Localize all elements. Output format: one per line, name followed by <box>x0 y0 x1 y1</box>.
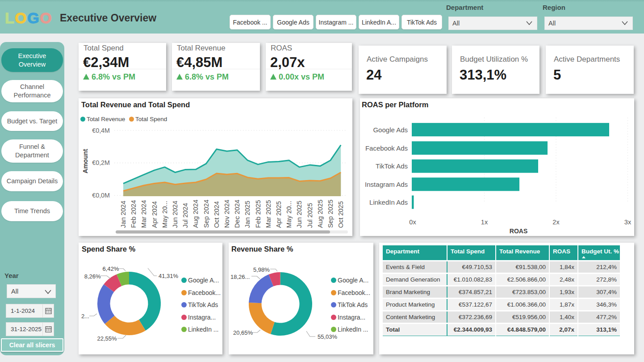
svg-text:Instagram Ads: Instagram Ads <box>365 181 408 188</box>
svg-text:Apr 2024: Apr 2024 <box>151 201 158 228</box>
svg-text:TikTok Ads: TikTok Ads <box>376 162 408 170</box>
svg-text:18,26...: 18,26... <box>230 274 250 280</box>
svg-text:Oct 2025: Oct 2025 <box>337 201 344 228</box>
svg-text:Jun 2025: Jun 2025 <box>296 201 303 228</box>
svg-text:€0,0M: €0,0M <box>92 192 110 199</box>
svg-text:Sep 2025: Sep 2025 <box>327 200 334 228</box>
svg-text:Sep 2024: Sep 2024 <box>203 200 210 228</box>
svg-text:Amount: Amount <box>82 149 89 173</box>
svg-text:May 20...: May 20... <box>161 201 168 228</box>
svg-text:Facebook Ads: Facebook Ads <box>365 144 408 152</box>
svg-text:May 20...: May 20... <box>285 201 293 228</box>
svg-text:Jul 2024: Jul 2024 <box>182 203 189 228</box>
svg-text:Aug 2024: Aug 2024 <box>192 200 199 228</box>
svg-text:Dec 2024: Dec 2024 <box>234 200 241 228</box>
svg-text:LinkedIn Ads: LinkedIn Ads <box>369 198 408 206</box>
svg-text:5,98%: 5,98% <box>253 266 270 273</box>
svg-text:Aug 2025: Aug 2025 <box>317 200 324 228</box>
svg-text:Nov 2024: Nov 2024 <box>223 200 230 228</box>
svg-text:Apr 2025: Apr 2025 <box>275 201 282 228</box>
svg-text:2x: 2x <box>552 219 560 226</box>
svg-text:2...: 2... <box>81 313 89 320</box>
svg-text:0x: 0x <box>409 219 416 226</box>
svg-text:ROAS: ROAS <box>510 227 527 235</box>
svg-text:Feb 2025: Feb 2025 <box>255 200 262 228</box>
svg-text:Google Ads: Google Ads <box>373 126 408 134</box>
svg-text:Jul 2025: Jul 2025 <box>306 203 314 228</box>
svg-text:Oct 2024: Oct 2024 <box>213 201 220 228</box>
svg-text:€0,2M: €0,2M <box>92 159 110 166</box>
svg-text:Jun 2024: Jun 2024 <box>171 201 179 228</box>
svg-text:20,65%: 20,65% <box>233 329 253 336</box>
svg-text:€0,4M: €0,4M <box>92 127 110 134</box>
svg-text:Mar 2025: Mar 2025 <box>265 200 272 228</box>
svg-text:22,55%: 22,55% <box>97 335 117 342</box>
svg-text:6,42%: 6,42% <box>102 265 119 272</box>
svg-text:Jan 2024: Jan 2024 <box>120 201 127 228</box>
svg-text:Jan 2025: Jan 2025 <box>244 201 251 228</box>
svg-text:Feb 2024: Feb 2024 <box>130 200 137 228</box>
svg-text:1x: 1x <box>481 219 488 226</box>
svg-text:3x: 3x <box>624 219 631 226</box>
svg-text:8,26%: 8,26% <box>84 273 101 280</box>
svg-text:Mar 2024: Mar 2024 <box>140 200 147 228</box>
svg-text:41,31%: 41,31% <box>159 273 179 279</box>
